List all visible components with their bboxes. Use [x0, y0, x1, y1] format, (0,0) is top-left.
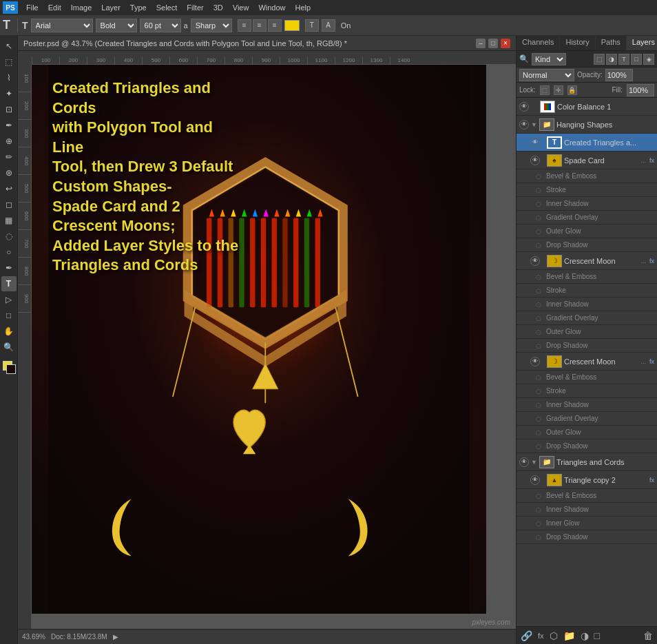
effect-visibility-icon[interactable]: ◌: [536, 402, 541, 408]
new-adjustment-button[interactable]: ◑: [581, 630, 589, 641]
new-layer-button[interactable]: □: [594, 630, 600, 641]
effect-visibility-icon[interactable]: ◌: [536, 287, 541, 294]
menu-layer[interactable]: Layer: [97, 2, 125, 13]
effect-visibility-icon[interactable]: ◌: [536, 214, 541, 221]
tab-channels[interactable]: Channels: [517, 36, 560, 50]
menu-window[interactable]: Window: [254, 2, 289, 13]
lock-all-icon[interactable]: 🔒: [567, 85, 577, 95]
eraser-tool[interactable]: ◻: [1, 197, 17, 212]
eyedropper-tool[interactable]: ✒: [1, 118, 17, 133]
effect-visibility-icon[interactable]: ◌: [536, 242, 541, 249]
type-tool[interactable]: T: [1, 276, 17, 291]
type-tool-icon[interactable]: T: [3, 18, 10, 32]
history-brush-tool[interactable]: ↩: [1, 181, 17, 196]
visibility-icon[interactable]: 👁: [530, 256, 540, 266]
align-left-icon[interactable]: ≡: [238, 19, 251, 32]
canvas-area[interactable]: 100 200 300 400 500 600 700 800 900 1000…: [18, 51, 516, 629]
crop-tool[interactable]: ⊡: [1, 102, 17, 117]
filter-adjust-icon[interactable]: ◑: [606, 54, 617, 65]
layer-filter-dropdown[interactable]: Kind: [532, 53, 566, 65]
path-select-tool[interactable]: ▷: [1, 292, 17, 307]
selection-tool[interactable]: ⬚: [1, 54, 17, 70]
new-group-button[interactable]: 📁: [563, 630, 575, 641]
effect-visibility-icon[interactable]: ◌: [536, 228, 541, 235]
lock-pixels-icon[interactable]: ⬚: [540, 85, 550, 95]
menu-filter[interactable]: Filter: [182, 2, 207, 13]
filter-smart-icon[interactable]: ◈: [643, 54, 654, 65]
effect-visibility-icon[interactable]: ◌: [536, 273, 541, 280]
effect-visibility-icon[interactable]: ◌: [536, 342, 541, 349]
effect-visibility-icon[interactable]: ◌: [536, 534, 541, 541]
close-button[interactable]: ×: [501, 39, 510, 48]
text-orientation-icon[interactable]: T: [22, 20, 28, 31]
effect-visibility-icon[interactable]: ◌: [536, 200, 541, 207]
gradient-tool[interactable]: ▦: [1, 213, 17, 228]
visibility-icon[interactable]: 👁: [530, 357, 540, 366]
filter-type-icon[interactable]: T: [618, 54, 629, 65]
minimize-button[interactable]: –: [476, 39, 486, 48]
foreground-color[interactable]: [1, 360, 17, 375]
tab-layers[interactable]: Layers: [627, 36, 657, 50]
effect-visibility-icon[interactable]: ◌: [536, 374, 541, 381]
visibility-icon[interactable]: 👁: [519, 457, 529, 467]
layer-item-triangles-cords-group[interactable]: 👁 ▼ 📁 Triangles and Cords: [517, 453, 657, 471]
menu-image[interactable]: Image: [67, 2, 96, 13]
menu-view[interactable]: View: [229, 2, 253, 13]
clone-tool[interactable]: ⊛: [1, 165, 17, 180]
antialiasing-select[interactable]: Sharp: [191, 19, 232, 32]
effect-visibility-icon[interactable]: ◌: [536, 173, 541, 180]
shape-tool[interactable]: □: [1, 308, 17, 323]
add-layer-style-button[interactable]: fx: [538, 632, 544, 640]
menu-help[interactable]: Help: [291, 2, 315, 13]
font-family-select[interactable]: Arial: [31, 19, 93, 32]
layer-item-hanging-shapes-group[interactable]: 👁 ▼ 📁 Hanging Shapes: [517, 116, 657, 134]
effect-visibility-icon[interactable]: ◌: [536, 520, 541, 527]
visibility-icon[interactable]: 👁: [530, 156, 540, 165]
font-size-select[interactable]: 60 pt: [140, 19, 181, 32]
visibility-icon[interactable]: 👁: [530, 138, 540, 147]
text-color-swatch[interactable]: [284, 20, 300, 31]
layer-item-spade-card[interactable]: 👁 ♠ Spade Card ... fx: [517, 152, 657, 169]
tab-paths[interactable]: Paths: [596, 36, 627, 50]
filter-shape-icon[interactable]: □: [631, 54, 642, 65]
layer-item-triangle-copy-2[interactable]: 👁 ▲ Triangle copy 2 fx: [517, 471, 657, 489]
effect-visibility-icon[interactable]: ◌: [536, 187, 541, 194]
layer-item-crescent-moon-1[interactable]: 👁 ☽ Crescent Moon ... fx: [517, 252, 657, 270]
brush-tool[interactable]: ✏: [1, 149, 17, 165]
warp-text-icon[interactable]: T: [305, 19, 319, 32]
move-tool[interactable]: ↖: [1, 39, 17, 54]
link-layers-button[interactable]: 🔗: [521, 630, 532, 641]
healing-tool[interactable]: ⊕: [1, 134, 17, 149]
hand-tool[interactable]: ✋: [1, 324, 17, 339]
add-mask-button[interactable]: ⬡: [550, 630, 558, 641]
menu-select[interactable]: Select: [152, 2, 182, 13]
effect-visibility-icon[interactable]: ◌: [536, 388, 541, 395]
align-right-icon[interactable]: ≡: [268, 19, 282, 32]
menu-edit[interactable]: Edit: [44, 2, 65, 13]
menu-type[interactable]: Type: [126, 2, 151, 13]
visibility-icon[interactable]: 👁: [519, 102, 529, 112]
effect-visibility-icon[interactable]: ◌: [536, 429, 541, 436]
dodge-tool[interactable]: ○: [1, 245, 17, 260]
magic-wand-tool[interactable]: ✦: [1, 86, 17, 101]
delete-layer-button[interactable]: 🗑: [643, 630, 653, 641]
effect-visibility-icon[interactable]: ◌: [536, 492, 541, 499]
maximize-button[interactable]: □: [488, 39, 498, 48]
effect-visibility-icon[interactable]: ◌: [536, 315, 541, 322]
effect-visibility-icon[interactable]: ◌: [536, 301, 541, 308]
visibility-icon[interactable]: 👁: [519, 120, 529, 129]
font-style-select[interactable]: Bold: [96, 19, 137, 32]
effect-visibility-icon[interactable]: ◌: [536, 329, 541, 335]
character-panel-icon[interactable]: A: [322, 19, 335, 32]
navigate-button[interactable]: ▶: [113, 633, 118, 641]
lasso-tool[interactable]: ⌇: [1, 70, 17, 85]
layer-item-created-triangles[interactable]: 👁 T Created Triangles a...: [517, 134, 657, 152]
align-center-icon[interactable]: ≡: [253, 19, 267, 32]
pen-tool[interactable]: ✒: [1, 260, 17, 276]
group-expand-arrow[interactable]: ▼: [531, 121, 537, 128]
tab-history[interactable]: History: [560, 36, 595, 50]
menu-file[interactable]: File: [22, 2, 43, 13]
opacity-input[interactable]: [605, 69, 633, 81]
blend-mode-select[interactable]: Normal: [519, 69, 574, 81]
fill-input[interactable]: [627, 84, 654, 96]
